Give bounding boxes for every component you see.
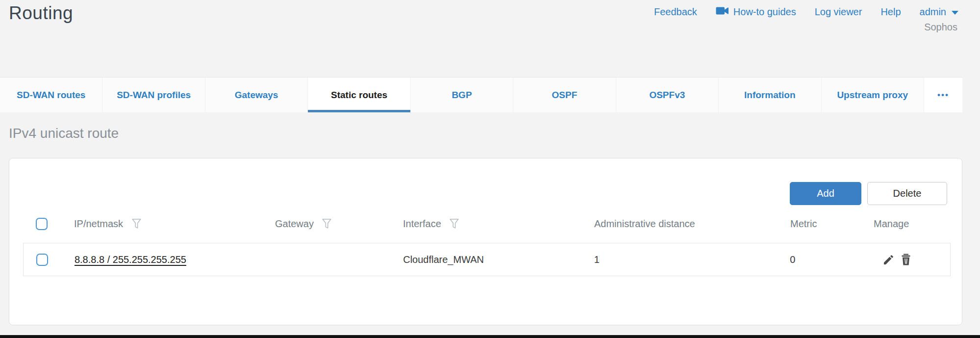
- app-header: Routing Feedback How-to guides Log viewe…: [0, 0, 980, 77]
- video-camera-icon: [716, 6, 729, 18]
- col-header-gateway: Gateway: [275, 218, 314, 230]
- how-to-guides-label: How-to guides: [733, 6, 796, 18]
- ipv4-unicast-route-panel: Add Delete IP/netmask Gateway Interface …: [9, 158, 962, 325]
- log-viewer-link[interactable]: Log viewer: [815, 6, 862, 18]
- pencil-icon[interactable]: [882, 253, 895, 266]
- brand-label: Sophos: [924, 22, 957, 33]
- user-menu[interactable]: admin: [920, 6, 958, 18]
- page-title: Routing: [9, 3, 73, 24]
- funnel-icon[interactable]: [130, 217, 143, 230]
- tab-sd-wan-profiles[interactable]: SD-WAN profiles: [102, 78, 205, 112]
- col-header-manage: Manage: [874, 218, 909, 230]
- row-checkbox[interactable]: [36, 254, 48, 266]
- tab-information[interactable]: Information: [719, 78, 821, 112]
- funnel-icon[interactable]: [321, 217, 333, 230]
- window-edge-bar: [0, 335, 980, 338]
- route-metric-value: 0: [790, 254, 795, 265]
- col-header-ip-netmask: IP/netmask: [74, 218, 123, 230]
- tab-ospfv3[interactable]: OSPFv3: [616, 78, 719, 112]
- routing-tab-bar: SD-WAN routes SD-WAN profiles Gateways S…: [0, 77, 962, 112]
- tab-sd-wan-routes[interactable]: SD-WAN routes: [0, 78, 102, 112]
- section-heading: IPv4 unicast route: [9, 126, 119, 141]
- how-to-guides-link[interactable]: How-to guides: [716, 6, 796, 18]
- header-links: Feedback How-to guides Log viewer Help a…: [654, 6, 958, 18]
- table-header-row: IP/netmask Gateway Interface Administrat…: [23, 210, 951, 237]
- route-interface-value: Cloudflare_MWAN: [403, 254, 484, 265]
- trash-icon[interactable]: [900, 253, 912, 266]
- caret-down-icon: [952, 11, 958, 15]
- feedback-link-label: Feedback: [654, 6, 697, 18]
- tab-bgp[interactable]: BGP: [411, 78, 513, 112]
- panel-toolbar: Add Delete: [790, 182, 947, 205]
- help-link[interactable]: Help: [880, 6, 901, 18]
- table-row: 8.8.8.8 / 255.255.255.255 Cloudflare_MWA…: [23, 243, 951, 276]
- col-header-metric: Metric: [790, 218, 817, 230]
- col-header-interface: Interface: [403, 218, 441, 230]
- tab-gateways[interactable]: Gateways: [205, 78, 308, 112]
- select-all-checkbox[interactable]: [36, 218, 48, 230]
- tab-overflow-menu[interactable]: •••: [924, 78, 962, 112]
- col-header-administrative-distance: Administrative distance: [594, 218, 695, 230]
- log-viewer-label: Log viewer: [815, 6, 862, 18]
- tab-ospf[interactable]: OSPF: [513, 78, 616, 112]
- route-ip-netmask-link[interactable]: 8.8.8.8 / 255.255.255.255: [75, 254, 186, 265]
- user-menu-label: admin: [920, 6, 946, 18]
- help-label: Help: [880, 6, 901, 18]
- add-button[interactable]: Add: [790, 182, 861, 205]
- funnel-icon[interactable]: [448, 217, 461, 230]
- route-administrative-distance-value: 1: [594, 254, 600, 265]
- delete-button[interactable]: Delete: [867, 182, 947, 205]
- tab-upstream-proxy[interactable]: Upstream proxy: [822, 78, 924, 112]
- feedback-link[interactable]: Feedback: [654, 6, 697, 18]
- tab-static-routes[interactable]: Static routes: [308, 78, 410, 112]
